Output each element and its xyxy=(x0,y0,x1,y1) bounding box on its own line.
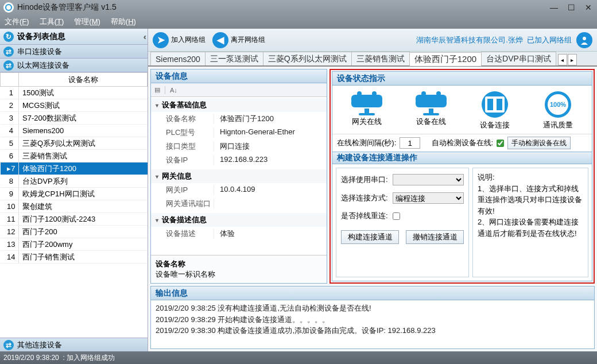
reconnect-checkbox[interactable] xyxy=(393,212,400,220)
v-desc: 体验 xyxy=(214,229,327,239)
group-gateway[interactable]: 网关信息 xyxy=(151,169,327,183)
svg-point-0 xyxy=(6,5,11,10)
tab-scroll-left[interactable]: ◂ xyxy=(558,54,567,65)
tab-4[interactable]: 体验西门子1200 xyxy=(409,52,482,66)
device-row[interactable]: 3S7-200数据测试 xyxy=(1,112,148,125)
device-row[interactable]: 10聚创建筑 xyxy=(1,200,148,213)
row-name: S7-200数据测试 xyxy=(19,112,148,125)
row-name: 西门子200 xyxy=(19,226,148,238)
sidebar-group-serial[interactable]: ⇄ 串口连接设备 xyxy=(0,45,148,59)
status-controls: 在线检测间隔(秒): 自动检测设备在线: 手动检测设备在线 xyxy=(332,134,592,152)
sidebar-header: ↻ 设备列表信息 ‹‹ xyxy=(0,29,148,45)
device-row[interactable]: 13西门子200wmy xyxy=(1,238,148,251)
output-panel: 输出信息 2019/2/20 9:38:25 没有构建连接通道,无法自动检测设备… xyxy=(150,286,595,349)
serial-select[interactable] xyxy=(393,174,464,185)
device-online-indicator: 设备在线 xyxy=(416,91,447,130)
k-desc: 设备描述 xyxy=(151,229,214,239)
close-button[interactable]: ✕ xyxy=(580,0,597,15)
device-row[interactable]: 12西门子200 xyxy=(1,226,148,238)
device-info-panel: 设备信息 ▤ A↓ 设备基础信息 设备名称体验西门子1200 PLC型号Hign… xyxy=(150,69,327,284)
cancel-channel-button[interactable]: 撤销连接通道 xyxy=(406,230,464,244)
row-name: 欧姆龙CP1H网口测试 xyxy=(19,188,148,200)
prop-toolbar: ▤ A↓ xyxy=(151,83,327,97)
status-time: 2019/2/20 9:38:20 xyxy=(3,354,59,362)
quality-icon: 100% xyxy=(545,91,571,118)
ethernet-icon: ⇄ xyxy=(3,60,14,71)
interval-input[interactable] xyxy=(400,137,420,149)
k-gwport: 网关通讯端口 xyxy=(151,199,214,209)
sort-alpha-icon[interactable]: A↓ xyxy=(170,87,177,94)
join-network-button[interactable]: ➤ 加入网络组 xyxy=(153,31,206,49)
device-row[interactable]: 4Siemens200 xyxy=(1,125,148,137)
menu-tool[interactable]: 工具(T) xyxy=(40,17,64,27)
tab-3[interactable]: 三菱销售测试 xyxy=(351,52,410,65)
row-name: 三菱销售测试 xyxy=(19,150,148,162)
row-index: 14 xyxy=(1,251,19,264)
sort-category-icon[interactable]: ▤ xyxy=(154,86,160,94)
join-icon: ➤ xyxy=(153,32,169,48)
auto-detect-checkbox[interactable] xyxy=(497,140,504,147)
group-basic[interactable]: 设备基础信息 xyxy=(151,98,327,112)
tab-0[interactable]: Siemens200 xyxy=(150,52,206,65)
menu-file[interactable]: 文件(F) xyxy=(5,17,29,27)
device-row[interactable]: 14西门子销售测试 xyxy=(1,251,148,264)
device-row[interactable]: 2MCGS测试 xyxy=(1,99,148,112)
help-line-2: 2、网口连接设备需要构建连接通道后才能看到是否在线状态! xyxy=(478,218,579,238)
row-name: 聚创建筑 xyxy=(19,200,148,213)
group-desc[interactable]: 设备描述信息 xyxy=(151,213,327,227)
output-line: 2019/2/20 9:38:30 构建设备连接通道成功,添加设备路由完成。设备… xyxy=(156,325,590,336)
window-controls: — ☐ ✕ xyxy=(545,0,597,15)
v-gwport xyxy=(214,199,327,209)
row-name: 西门子200wmy xyxy=(19,238,148,251)
app-icon xyxy=(3,2,14,13)
sidebar-group-ethernet[interactable]: ⇄ 以太网连接设备 xyxy=(0,59,148,72)
tab-1[interactable]: 三一泵送测试 xyxy=(205,52,263,65)
minimize-button[interactable]: — xyxy=(545,0,563,15)
device-info-title: 设备信息 xyxy=(151,69,327,83)
build-help: 说明: 1、选择串口、连接方式和掉线重连操作选项只对串口连接设备有效! 2、网口… xyxy=(472,168,588,277)
svg-point-1 xyxy=(583,37,586,40)
tab-bar: Siemens200三一泵送测试三菱Q系列以太网测试三菱销售测试体验西门子120… xyxy=(148,52,597,67)
row-name: 西门子1200测试-2243 xyxy=(19,213,148,226)
output-line: 2019/2/20 9:38:29 开始构建设备连接通道。。。。。 xyxy=(156,314,590,326)
device-row[interactable]: 6三菱销售测试 xyxy=(1,150,148,162)
other-icon: ⇄ xyxy=(3,340,14,350)
device-row[interactable]: 11西门子1200测试-2243 xyxy=(1,213,148,226)
leave-network-button[interactable]: ◀ 离开网络组 xyxy=(212,31,265,49)
sidebar-group-other[interactable]: ⇄ 其他连接设备 xyxy=(0,338,148,351)
leave-label: 离开网络组 xyxy=(231,35,265,45)
col-device-name: 设备名称 xyxy=(19,73,148,87)
mode-select[interactable]: 编程连接 xyxy=(393,192,464,204)
k-iface: 接口类型 xyxy=(151,141,214,152)
router-icon xyxy=(416,91,447,114)
row-name: 三菱Q系列以太网测试 xyxy=(19,137,148,150)
sidebar: ↻ 设备列表信息 ‹‹ ⇄ 串口连接设备 ⇄ 以太网连接设备 设备名称 1150… xyxy=(0,29,148,351)
serial-icon: ⇄ xyxy=(3,47,14,57)
build-channel-button[interactable]: 构建连接通道 xyxy=(341,230,399,244)
joined-label: 已加入网络组 xyxy=(527,35,572,45)
maximize-button[interactable]: ☐ xyxy=(563,0,580,15)
status-icons: 网关在线 设备在线 设备连接 100% 通讯质量 xyxy=(332,86,592,134)
gateway-online-indicator: 网关在线 xyxy=(351,91,382,130)
user-info: 湖南华辰智通科技有限公司.张烨 已加入网络组 xyxy=(416,32,592,48)
build-form: 选择使用串口: 选择连接方式:编程连接 是否掉线重连: 构建连接通道 撤销连接通… xyxy=(336,168,469,277)
row-index: 3 xyxy=(1,112,19,125)
row-index: ▸7 xyxy=(1,162,19,175)
device-row[interactable]: 9欧姆龙CP1H网口测试 xyxy=(1,188,148,200)
row-index: 4 xyxy=(1,125,19,137)
v-iface: 网口连接 xyxy=(214,141,327,152)
tab-2[interactable]: 三菱Q系列以太网测试 xyxy=(263,52,352,65)
collapse-icon[interactable]: ‹‹ xyxy=(144,32,144,41)
device-row[interactable]: 8台达DVP系列 xyxy=(1,175,148,188)
device-row[interactable]: 5三菱Q系列以太网测试 xyxy=(1,137,148,150)
sidebar-group-other-label: 其他连接设备 xyxy=(17,340,62,350)
device-row[interactable]: 11500测试 xyxy=(1,87,148,99)
tab-5[interactable]: 台达DVP串口测试 xyxy=(481,52,556,65)
avatar-icon[interactable] xyxy=(576,32,592,48)
menu-manage[interactable]: 管理(M) xyxy=(74,17,100,27)
tab-scroll-right[interactable]: ▸ xyxy=(568,54,577,65)
menu-help[interactable]: 帮助(H) xyxy=(111,17,136,27)
device-row[interactable]: ▸7体验西门子1200 xyxy=(1,162,148,175)
manual-detect-button[interactable]: 手动检测设备在线 xyxy=(507,137,571,149)
sidebar-group-ethernet-label: 以太网连接设备 xyxy=(17,60,69,71)
